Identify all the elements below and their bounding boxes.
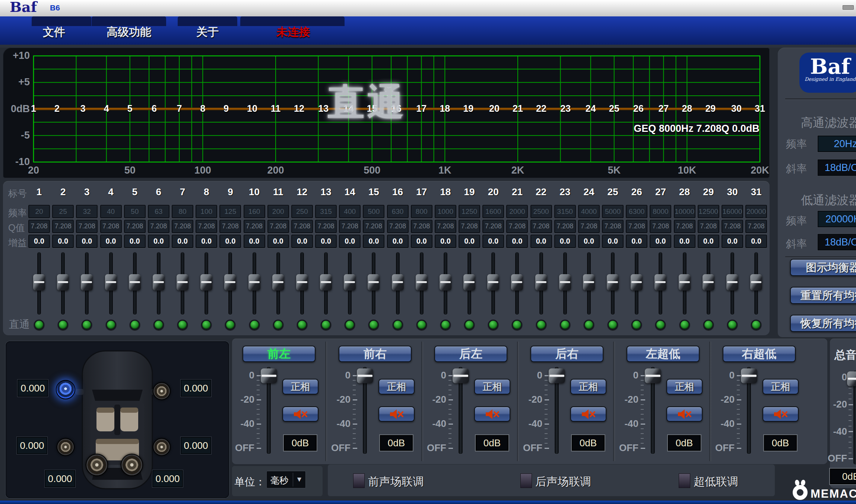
- channel-level-field[interactable]: 0dB: [476, 435, 508, 451]
- restore-all-eq-button[interactable]: 恢复所有均衡: [790, 315, 856, 332]
- band-slider-knob[interactable]: [535, 274, 547, 291]
- phase-button[interactable]: 正相: [666, 379, 703, 394]
- band-gain-cell[interactable]: 0.0: [244, 235, 265, 248]
- phase-button[interactable]: 正相: [282, 379, 318, 394]
- band-gain-cell[interactable]: 0.0: [626, 235, 647, 248]
- mute-button[interactable]: [378, 406, 415, 422]
- band-freq-cell[interactable]: 160: [244, 205, 265, 218]
- band-freq-cell[interactable]: 50: [124, 205, 146, 218]
- band-slider-knob[interactable]: [200, 274, 212, 291]
- eq-band-marker-18[interactable]: 18: [440, 103, 450, 114]
- eq-band-marker-9[interactable]: 9: [223, 103, 229, 114]
- band-freq-cell[interactable]: 6300: [626, 205, 647, 218]
- speaker-icon-front-right[interactable]: [153, 382, 171, 400]
- eq-band-marker-8[interactable]: 8: [200, 103, 205, 114]
- eq-band-marker-4[interactable]: 4: [104, 103, 109, 114]
- band-gain-cell[interactable]: 0.0: [506, 235, 528, 248]
- band-q-cell[interactable]: 7.208: [602, 220, 624, 233]
- band-freq-cell[interactable]: 25: [52, 205, 74, 218]
- band-gain-cell[interactable]: 0.0: [435, 235, 456, 248]
- band-slider-knob[interactable]: [511, 274, 523, 291]
- channel-fader-knob[interactable]: [645, 368, 661, 383]
- band-slider-knob[interactable]: [583, 274, 595, 291]
- band-slider-knob[interactable]: [463, 274, 475, 291]
- menu-item-1[interactable]: 文件: [35, 25, 73, 40]
- eq-band-marker-11[interactable]: 11: [271, 103, 280, 114]
- band-q-cell[interactable]: 7.208: [76, 220, 98, 233]
- band-slider-knob[interactable]: [416, 274, 428, 291]
- band-gain-cell[interactable]: 0.0: [124, 235, 146, 248]
- band-freq-cell[interactable]: 630: [387, 205, 409, 218]
- band-gain-cell[interactable]: 0.0: [339, 235, 361, 248]
- band-q-cell[interactable]: 7.208: [100, 220, 122, 233]
- band-gain-cell[interactable]: 0.0: [219, 235, 241, 248]
- band-gain-cell[interactable]: 0.0: [674, 235, 695, 248]
- eq-band-marker-5[interactable]: 5: [127, 103, 133, 114]
- band-freq-cell[interactable]: 40: [100, 205, 122, 218]
- channel-title-6[interactable]: 右超低: [723, 346, 796, 362]
- band-gain-cell[interactable]: 0.0: [291, 235, 313, 248]
- band-gain-cell[interactable]: 0.0: [722, 235, 743, 248]
- band-freq-cell[interactable]: 5000: [602, 205, 624, 218]
- eq-band-marker-30[interactable]: 30: [731, 103, 742, 114]
- band-slider-knob[interactable]: [392, 274, 404, 291]
- band-q-cell[interactable]: 7.208: [196, 220, 217, 233]
- channel-level-field[interactable]: 0dB: [284, 435, 317, 451]
- delay-field-sub-right[interactable]: 0.000: [152, 470, 183, 487]
- band-slider-knob[interactable]: [703, 274, 714, 291]
- delay-field-front-left[interactable]: 0.000: [18, 380, 48, 397]
- band-q-cell[interactable]: 7.208: [219, 220, 241, 233]
- channel-fader-knob[interactable]: [847, 371, 856, 386]
- band-q-cell[interactable]: 7.208: [124, 220, 146, 233]
- channel-fader-knob[interactable]: [261, 368, 277, 383]
- band-freq-cell[interactable]: 800: [411, 205, 432, 218]
- band-gain-cell[interactable]: 0.0: [196, 235, 217, 248]
- band-q-cell[interactable]: 7.208: [459, 220, 480, 233]
- band-freq-cell[interactable]: 200: [267, 205, 289, 218]
- band-q-cell[interactable]: 7.208: [148, 220, 169, 233]
- band-freq-cell[interactable]: 12500: [698, 205, 719, 218]
- band-q-cell[interactable]: 7.208: [172, 220, 193, 233]
- band-q-cell[interactable]: 7.208: [28, 220, 50, 233]
- eq-band-marker-2[interactable]: 2: [54, 103, 60, 114]
- mute-button[interactable]: [282, 406, 318, 422]
- eq-band-marker-21[interactable]: 21: [513, 103, 523, 114]
- band-q-cell[interactable]: 7.208: [506, 220, 528, 233]
- band-gain-cell[interactable]: 0.0: [172, 235, 193, 248]
- band-gain-cell[interactable]: 0.0: [363, 235, 384, 248]
- mute-button[interactable]: [763, 406, 799, 422]
- mute-button[interactable]: [570, 406, 606, 422]
- channel-title-1[interactable]: 前左: [242, 346, 316, 362]
- band-freq-cell[interactable]: 315: [315, 205, 337, 218]
- band-slider-knob[interactable]: [654, 274, 666, 291]
- band-slider-knob[interactable]: [177, 274, 188, 291]
- band-gain-cell[interactable]: 0.0: [387, 235, 409, 248]
- band-q-cell[interactable]: 7.208: [578, 220, 600, 233]
- channel-fader-knob[interactable]: [741, 368, 757, 383]
- band-slider-knob[interactable]: [368, 274, 380, 291]
- band-gain-cell[interactable]: 0.0: [602, 235, 624, 248]
- eq-band-marker-24[interactable]: 24: [586, 103, 596, 114]
- delay-field-rear-right[interactable]: 0.000: [181, 437, 211, 454]
- band-freq-cell[interactable]: 2500: [530, 205, 552, 218]
- band-gain-cell[interactable]: 0.0: [745, 235, 767, 248]
- band-q-cell[interactable]: 7.208: [674, 220, 695, 233]
- eq-band-marker-13[interactable]: 13: [318, 103, 329, 114]
- channel-title-3[interactable]: 后左: [434, 346, 507, 362]
- band-freq-cell[interactable]: 1600: [482, 205, 504, 218]
- speaker-icon-rear-right[interactable]: [153, 438, 171, 456]
- band-freq-cell[interactable]: 80: [172, 205, 193, 218]
- eq-band-marker-10[interactable]: 10: [247, 103, 257, 114]
- speaker-icon-sub-right[interactable]: [121, 454, 143, 476]
- eq-band-marker-17[interactable]: 17: [416, 103, 427, 114]
- eq-band-marker-31[interactable]: 31: [755, 103, 765, 114]
- phase-button[interactable]: 正相: [474, 379, 510, 394]
- band-freq-cell[interactable]: 32: [76, 205, 98, 218]
- band-slider-knob[interactable]: [607, 274, 619, 291]
- band-freq-cell[interactable]: 1250: [459, 205, 480, 218]
- band-slider-knob[interactable]: [320, 274, 332, 291]
- speaker-icon-rear-left[interactable]: [57, 438, 74, 456]
- band-freq-cell[interactable]: 16000: [722, 205, 743, 218]
- band-slider-knob[interactable]: [224, 274, 236, 291]
- band-freq-cell[interactable]: 20000: [745, 205, 767, 218]
